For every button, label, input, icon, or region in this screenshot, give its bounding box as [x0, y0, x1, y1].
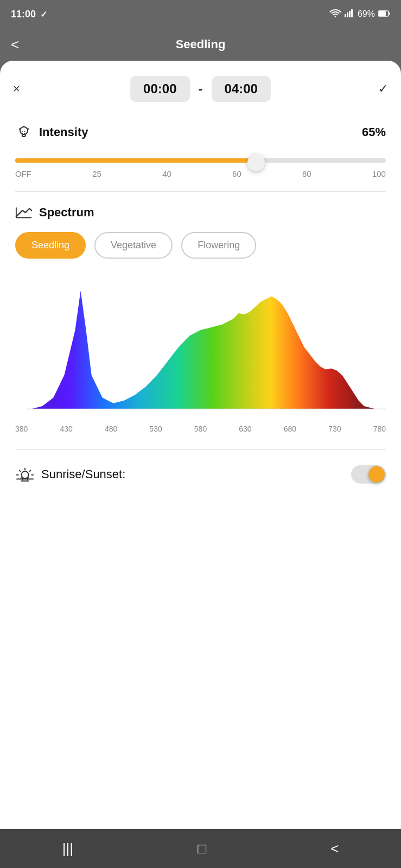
svg-line-11	[19, 128, 20, 130]
start-time-chip[interactable]: 00:00	[130, 76, 189, 102]
back-button[interactable]: <	[11, 36, 19, 53]
slider-labels: OFF 25 40 60 80 100	[15, 169, 386, 178]
slider-label-25: 25	[92, 169, 101, 178]
slider-label-40: 40	[162, 169, 171, 178]
spectrum-title-group: Spectrum	[15, 205, 94, 220]
svg-rect-2	[347, 12, 348, 17]
chip-seedling[interactable]: Seedling	[15, 232, 86, 259]
intensity-section: Intensity 65% OFF 25 40 60 80 100	[0, 113, 401, 189]
x-label-580: 580	[194, 425, 207, 433]
end-time-chip[interactable]: 04:00	[212, 76, 271, 102]
x-label-430: 430	[60, 425, 72, 433]
section-divider-2	[15, 449, 386, 450]
spectrum-chips: Seedling Vegetative Flowering	[15, 232, 386, 259]
x-label-780: 780	[373, 425, 386, 433]
svg-line-12	[28, 128, 29, 130]
svg-rect-7	[389, 12, 390, 15]
status-bar: 11:00 ✓ 69%	[0, 0, 401, 28]
spectrum-chart: 380 430 480 530 580 630 680 730 780	[15, 274, 386, 436]
signal-icon	[345, 9, 354, 20]
battery-percent: 69%	[358, 9, 375, 19]
slider-label-off: OFF	[15, 169, 31, 178]
menu-button[interactable]: |||	[52, 836, 84, 861]
spectrum-icon	[15, 205, 33, 220]
spectrum-header: Spectrum	[15, 205, 386, 220]
slider-label-60: 60	[232, 169, 241, 178]
bulb-icon	[15, 124, 33, 141]
intensity-title: Intensity	[39, 125, 88, 139]
time-row: × 00:00 - 04:00 ✓	[0, 61, 401, 113]
x-label-480: 480	[105, 425, 117, 433]
svg-rect-3	[349, 11, 351, 17]
slider-track	[15, 158, 386, 163]
main-card: × 00:00 - 04:00 ✓	[0, 61, 401, 829]
bottom-nav: ||| □ <	[0, 829, 401, 868]
svg-rect-4	[351, 9, 353, 17]
spectrum-title: Spectrum	[39, 205, 94, 220]
svg-line-21	[30, 470, 31, 471]
svg-rect-1	[345, 14, 346, 17]
nav-bar: < Seedling	[0, 28, 401, 61]
time-separator: -	[199, 81, 203, 97]
intensity-slider[interactable]	[15, 158, 386, 163]
chart-x-labels: 380 430 480 530 580 630 680 730 780	[15, 422, 386, 433]
home-button[interactable]: □	[187, 836, 217, 861]
x-label-380: 380	[15, 425, 28, 433]
chip-flowering[interactable]: Flowering	[181, 232, 256, 259]
confirm-button[interactable]: ✓	[378, 82, 388, 96]
chip-vegetative[interactable]: Vegetative	[94, 232, 173, 259]
svg-line-20	[20, 470, 21, 471]
x-label-630: 630	[239, 425, 251, 433]
sunrise-section: Sunrise/Sunset:	[0, 452, 401, 497]
slider-label-80: 80	[302, 169, 311, 178]
sunrise-toggle[interactable]	[351, 465, 386, 484]
section-divider-1	[15, 191, 386, 192]
spectrum-section: Spectrum Seedling Vegetative Flowering	[0, 194, 401, 447]
intensity-title-group: Intensity	[15, 124, 88, 141]
x-label-530: 530	[149, 425, 162, 433]
chart-svg	[15, 274, 386, 420]
x-label-680: 680	[284, 425, 296, 433]
intensity-header: Intensity 65%	[15, 124, 386, 141]
toggle-knob	[368, 466, 385, 483]
slider-fill	[15, 158, 256, 163]
status-time: 11:00	[11, 9, 36, 20]
page-title: Seedling	[176, 37, 226, 52]
slider-label-100: 100	[372, 169, 386, 178]
back-nav-button[interactable]: <	[320, 836, 349, 861]
x-label-730: 730	[328, 425, 341, 433]
sunrise-title-group: Sunrise/Sunset:	[15, 467, 125, 482]
intensity-value: 65%	[362, 125, 386, 139]
svg-point-0	[334, 16, 336, 18]
check-icon: ✓	[40, 9, 47, 20]
wifi-icon	[329, 9, 341, 20]
svg-rect-6	[379, 11, 386, 16]
slider-thumb[interactable]	[247, 154, 265, 171]
battery-icon	[378, 9, 390, 19]
close-button[interactable]: ×	[13, 82, 20, 96]
sunrise-label: Sunrise/Sunset:	[41, 467, 125, 481]
sunrise-icon	[15, 467, 35, 482]
